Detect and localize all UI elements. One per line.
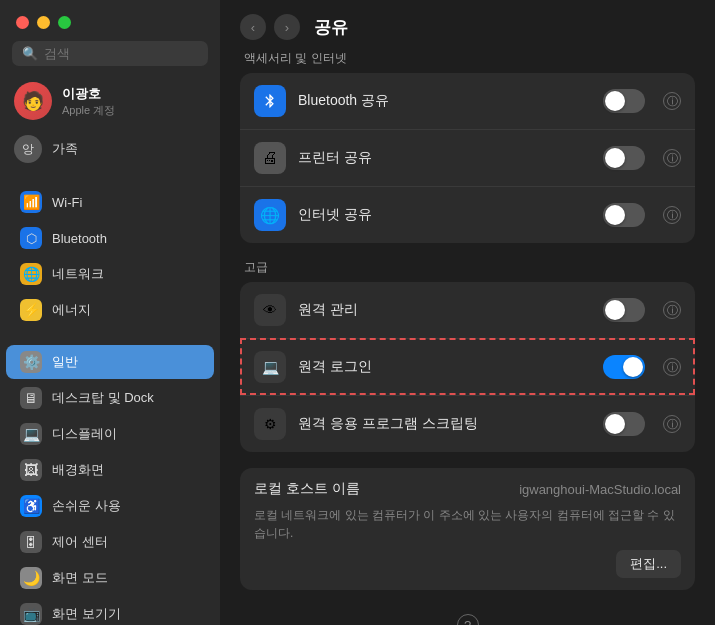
maximize-button[interactable] (58, 16, 71, 29)
internet-sharing-icon: 🌐 (254, 199, 286, 231)
search-input[interactable] (44, 46, 198, 61)
back-button[interactable]: ‹ (240, 14, 266, 40)
hostname-value: igwanghoui-MacStudio.local (519, 482, 681, 497)
minimize-button[interactable] (37, 16, 50, 29)
family-avatar: 앙 (14, 135, 42, 163)
printer-sharing-info[interactable]: ⓘ (663, 149, 681, 167)
sidebar-item-display[interactable]: 💻 디스플레이 (6, 417, 214, 451)
sidebar-label-accessibility: 손쉬운 사용 (52, 497, 121, 515)
remote-scripting-info[interactable]: ⓘ (663, 415, 681, 433)
wifi-icon: 📶 (20, 191, 42, 213)
remote-management-toggle[interactable] (603, 298, 645, 322)
sidebar-item-screenmirror[interactable]: 📺 화면 보기기 (6, 597, 214, 625)
page-title: 공유 (314, 16, 348, 39)
user-name: 이광호 (62, 85, 115, 103)
desktop-icon: 🖥 (20, 387, 42, 409)
control-icon: 🎛 (20, 531, 42, 553)
sidebar-label-control: 제어 센터 (52, 533, 108, 551)
nightshift-icon: 🌙 (20, 567, 42, 589)
search-icon: 🔍 (22, 46, 38, 61)
close-button[interactable] (16, 16, 29, 29)
accessories-card: Bluetooth 공유 ⓘ 🖨 프린터 공유 ⓘ 🌐 인터넷 공유 ⓘ (240, 73, 695, 243)
sidebar-item-bluetooth[interactable]: ⬡ Bluetooth (6, 221, 214, 255)
bluetooth-sharing-icon (254, 85, 286, 117)
sidebar-label-general: 일반 (52, 353, 78, 371)
content-body: 액세서리 및 인터넷 Bluetooth 공유 ⓘ 🖨 프린터 공유 ⓘ 🌐 (220, 50, 715, 625)
sidebar-item-accessibility[interactable]: ♿ 손쉬운 사용 (6, 489, 214, 523)
sidebar-label-desktop: 데스크탑 및 Dock (52, 389, 154, 407)
remote-management-icon: 👁 (254, 294, 286, 326)
sidebar-item-wifi[interactable]: 📶 Wi-Fi (6, 185, 214, 219)
sidebar-item-family[interactable]: 앙 가족 (0, 130, 220, 168)
search-bar[interactable]: 🔍 (12, 41, 208, 66)
sidebar-item-network[interactable]: 🌐 네트워크 (6, 257, 214, 291)
printer-sharing-row: 🖨 프린터 공유 ⓘ (240, 129, 695, 186)
sidebar-label-network: 네트워크 (52, 265, 104, 283)
screenmirror-icon: 📺 (20, 603, 42, 625)
remote-management-label: 원격 관리 (298, 301, 591, 319)
sidebar-label-screenmirror: 화면 보기기 (52, 605, 121, 623)
user-sub: Apple 계정 (62, 103, 115, 118)
accessibility-icon: ♿ (20, 495, 42, 517)
printer-sharing-label: 프린터 공유 (298, 149, 591, 167)
bottom-help: ? (240, 606, 695, 625)
bluetooth-sharing-info[interactable]: ⓘ (663, 92, 681, 110)
hostname-card: 로컬 호스트 이름 igwanghoui-MacStudio.local 로컬 … (240, 468, 695, 590)
internet-sharing-info[interactable]: ⓘ (663, 206, 681, 224)
remote-management-row: 👁 원격 관리 ⓘ (240, 282, 695, 338)
sidebar-label-nightshift: 화면 모드 (52, 569, 108, 587)
sidebar-item-wallpaper[interactable]: 🖼 배경화면 (6, 453, 214, 487)
internet-sharing-toggle[interactable] (603, 203, 645, 227)
sidebar-item-general[interactable]: ⚙️ 일반 (6, 345, 214, 379)
section-title-advanced: 고급 (240, 259, 695, 276)
user-section: 🧑 이광호 Apple 계정 (0, 76, 220, 130)
advanced-card: 👁 원격 관리 ⓘ 💻 원격 로그인 ⓘ ⚙ 원격 응용 프로그램 스크립팅 ⓘ (240, 282, 695, 452)
avatar: 🧑 (14, 82, 52, 120)
printer-sharing-icon: 🖨 (254, 142, 286, 174)
sidebar-label-energy: 에너지 (52, 301, 91, 319)
bluetooth-sharing-label: Bluetooth 공유 (298, 92, 591, 110)
bluetooth-sharing-row: Bluetooth 공유 ⓘ (240, 73, 695, 129)
internet-sharing-row: 🌐 인터넷 공유 ⓘ (240, 186, 695, 243)
sidebar-label-wifi: Wi-Fi (52, 195, 82, 210)
display-icon: 💻 (20, 423, 42, 445)
remote-scripting-row: ⚙ 원격 응용 프로그램 스크립팅 ⓘ (240, 395, 695, 452)
internet-sharing-label: 인터넷 공유 (298, 206, 591, 224)
traffic-lights (0, 10, 220, 41)
section-title-accessories: 액세서리 및 인터넷 (240, 50, 695, 67)
remote-scripting-toggle[interactable] (603, 412, 645, 436)
energy-icon: ⚡ (20, 299, 42, 321)
sidebar-item-energy[interactable]: ⚡ 에너지 (6, 293, 214, 327)
bluetooth-sharing-toggle[interactable] (603, 89, 645, 113)
bluetooth-icon: ⬡ (20, 227, 42, 249)
main-content: ‹ › 공유 액세서리 및 인터넷 Bluetooth 공유 ⓘ 🖨 프린터 공… (220, 0, 715, 625)
hostname-label: 로컬 호스트 이름 (254, 480, 360, 498)
remote-management-info[interactable]: ⓘ (663, 301, 681, 319)
top-bar: ‹ › 공유 (220, 0, 715, 50)
sidebar-label-display: 디스플레이 (52, 425, 117, 443)
help-button[interactable]: ? (457, 614, 479, 625)
remote-login-info[interactable]: ⓘ (663, 358, 681, 376)
remote-scripting-icon: ⚙ (254, 408, 286, 440)
hostname-desc: 로컬 네트워크에 있는 컴퓨터가 이 주소에 있는 사용자의 컴퓨터에 접근할 … (254, 506, 681, 542)
hostname-row: 로컬 호스트 이름 igwanghoui-MacStudio.local (254, 480, 681, 498)
sidebar-label-wallpaper: 배경화면 (52, 461, 104, 479)
remote-login-label: 원격 로그인 (298, 358, 591, 376)
network-icon: 🌐 (20, 263, 42, 285)
wallpaper-icon: 🖼 (20, 459, 42, 481)
forward-button[interactable]: › (274, 14, 300, 40)
remote-login-row: 💻 원격 로그인 ⓘ (240, 338, 695, 395)
sidebar-item-nightshift[interactable]: 🌙 화면 모드 (6, 561, 214, 595)
sidebar: 🔍 🧑 이광호 Apple 계정 앙 가족 📶 Wi-Fi ⬡ Bluetoot… (0, 0, 220, 625)
sidebar-item-desktop[interactable]: 🖥 데스크탑 및 Dock (6, 381, 214, 415)
sidebar-label-bluetooth: Bluetooth (52, 231, 107, 246)
family-label: 가족 (52, 140, 78, 158)
remote-scripting-label: 원격 응용 프로그램 스크립팅 (298, 415, 591, 433)
remote-login-toggle[interactable] (603, 355, 645, 379)
sidebar-item-control[interactable]: 🎛 제어 센터 (6, 525, 214, 559)
edit-button[interactable]: 편집... (616, 550, 681, 578)
remote-login-icon: 💻 (254, 351, 286, 383)
general-icon: ⚙️ (20, 351, 42, 373)
printer-sharing-toggle[interactable] (603, 146, 645, 170)
